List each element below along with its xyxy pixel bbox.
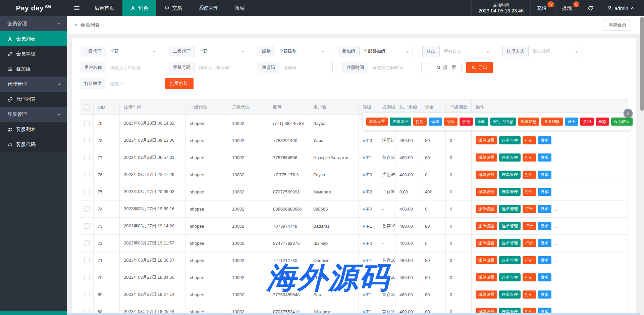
row-action-button[interactable]: 派单设置 (476, 153, 497, 162)
popup-action-button[interactable]: 编辑 (475, 118, 488, 126)
popup-action-button[interactable]: 派单设置 (366, 118, 388, 126)
popup-action-button[interactable]: 地址信息 (518, 118, 539, 126)
close-icon[interactable]: × (624, 109, 633, 118)
refresh-button[interactable] (581, 0, 600, 16)
filter-input-field[interactable] (195, 62, 248, 73)
row-action-button[interactable]: 连单管理 (499, 171, 521, 179)
row-action-button[interactable]: 打针 (523, 290, 536, 299)
row-action-button[interactable]: 做单 (538, 222, 551, 230)
row-more-actions[interactable]: ... (553, 258, 558, 263)
row-action-button[interactable]: 做单 (538, 256, 551, 264)
popup-action-button[interactable]: 查看团队 (541, 118, 563, 126)
filter-select-value[interactable]: 全部级别 (275, 46, 328, 57)
sidebar-item-4[interactable]: 叠加组 (0, 61, 67, 77)
row-checkbox[interactable] (84, 292, 90, 297)
row-action-button[interactable]: 做单 (538, 290, 551, 299)
nav-item-5[interactable]: 商城 (226, 0, 253, 16)
row-more-actions[interactable]: ... (553, 138, 558, 143)
row-action-button[interactable]: 做单 (538, 188, 551, 196)
sidebar-item-9[interactable]: 客服代码 (0, 137, 67, 152)
sidebar-item-5[interactable]: 代理管理 (0, 77, 67, 92)
nav-item-1[interactable]: 后台首页 (86, 0, 122, 16)
row-action-button[interactable]: 派单设置 (476, 188, 497, 196)
row-checkbox[interactable] (84, 121, 90, 126)
row-action-button[interactable]: 派单设置 (476, 205, 497, 213)
row-action-button[interactable]: 打针 (523, 188, 536, 196)
popup-action-button[interactable]: 做单 (429, 118, 442, 126)
row-action-button[interactable]: 连单管理 (499, 256, 521, 264)
popup-action-button[interactable]: 连单管理 (390, 118, 411, 126)
row-action-button[interactable]: 连单管理 (499, 153, 521, 162)
row-action-button[interactable]: 打针 (523, 256, 536, 264)
sidebar-item-1[interactable]: 会员管理 (0, 16, 67, 31)
row-more-actions[interactable]: ... (553, 207, 558, 212)
popup-action-button[interactable]: 禁用 (580, 118, 594, 126)
row-checkbox[interactable] (84, 258, 90, 263)
filter-select-value[interactable]: 默认排序 (529, 46, 582, 57)
row-action-button[interactable]: 连单管理 (499, 222, 521, 230)
row-action-button[interactable]: 做单 (538, 239, 551, 247)
row-action-button[interactable]: 派单设置 (476, 273, 497, 281)
row-action-button[interactable]: 派单设置 (476, 136, 497, 144)
row-more-actions[interactable]: ... (553, 224, 558, 229)
row-action-button[interactable]: 打针 (523, 205, 536, 213)
row-checkbox[interactable] (84, 155, 90, 160)
nav-item-3[interactable]: 交易 (156, 0, 190, 16)
sidebar-item-7[interactable]: 客服管理 (0, 107, 67, 122)
filter-select-value[interactable]: 全部 (106, 46, 159, 57)
row-action-button[interactable]: 打针 (523, 239, 536, 247)
row-action-button[interactable]: 做单 (538, 171, 551, 179)
row-checkbox[interactable] (84, 206, 90, 212)
row-action-button[interactable]: 派单设置 (476, 256, 497, 264)
popup-action-button[interactable]: 打针 (413, 118, 427, 126)
popup-action-button[interactable]: 等级 (444, 118, 458, 126)
row-checkbox[interactable] (84, 275, 90, 280)
recharge-button[interactable]: 充值 47 (530, 0, 555, 16)
row-action-button[interactable]: 派单设置 (476, 222, 497, 230)
row-action-button[interactable]: 连单管理 (499, 239, 521, 247)
row-action-button[interactable]: 派单设置 (476, 171, 497, 179)
inject-range-input[interactable] (106, 78, 159, 89)
horizontal-scrollbar[interactable] (67, 313, 640, 315)
filter-input-field[interactable] (279, 62, 332, 73)
row-action-button[interactable]: 连单管理 (499, 136, 521, 144)
row-action-button[interactable]: 连单管理 (499, 205, 521, 213)
search-button[interactable]: 搜 索 (431, 62, 462, 73)
row-more-actions[interactable]: ... (553, 241, 558, 246)
sidebar-item-6[interactable]: 代理列表 (0, 92, 67, 107)
batch-inject-button[interactable]: 批量打针 (165, 78, 194, 89)
row-more-actions[interactable]: ... (553, 172, 558, 177)
row-more-actions[interactable]: ... (553, 275, 558, 280)
export-button[interactable]: 导出 (466, 62, 493, 73)
row-action-button[interactable]: 打针 (523, 153, 536, 162)
filter-input-field[interactable] (368, 62, 421, 73)
row-more-actions[interactable]: ... (553, 292, 558, 297)
sidebar-toggle-button[interactable] (67, 0, 86, 16)
filter-select-value[interactable]: 全部叠加组 (360, 46, 413, 57)
row-checkbox[interactable] (84, 240, 90, 246)
popup-action-button[interactable]: 删除 (596, 118, 609, 126)
filter-input-field[interactable] (106, 62, 159, 73)
popup-action-button[interactable]: 银行卡信息 (490, 118, 516, 126)
row-more-actions[interactable]: ... (553, 189, 558, 194)
row-action-button[interactable]: 打针 (523, 273, 536, 281)
row-action-button[interactable]: 派单设置 (476, 290, 497, 299)
admin-menu[interactable]: admin (600, 0, 644, 16)
row-checkbox[interactable] (84, 223, 90, 229)
row-action-button[interactable]: 做单 (538, 205, 551, 213)
vertical-scrollbar[interactable] (640, 16, 644, 315)
filter-select-value[interactable]: 全部 (195, 46, 248, 57)
add-member-button[interactable]: 添加会员 (603, 19, 631, 31)
row-action-button[interactable]: 打针 (523, 136, 536, 144)
row-action-button[interactable]: 打针 (523, 171, 536, 179)
sidebar-item-2[interactable]: 会员列表 (0, 31, 67, 46)
scrollbar-thumb[interactable] (640, 17, 644, 111)
row-more-actions[interactable]: ... (553, 155, 558, 160)
row-action-button[interactable]: 连单管理 (499, 188, 521, 196)
row-checkbox[interactable] (84, 172, 90, 177)
popup-action-button[interactable]: 账变 (565, 118, 578, 126)
popup-action-button[interactable]: 设为假人 (611, 118, 633, 126)
row-action-button[interactable]: 连单管理 (499, 290, 521, 299)
withdraw-button[interactable]: 提现 0 (555, 0, 581, 16)
row-checkbox[interactable] (84, 138, 90, 143)
